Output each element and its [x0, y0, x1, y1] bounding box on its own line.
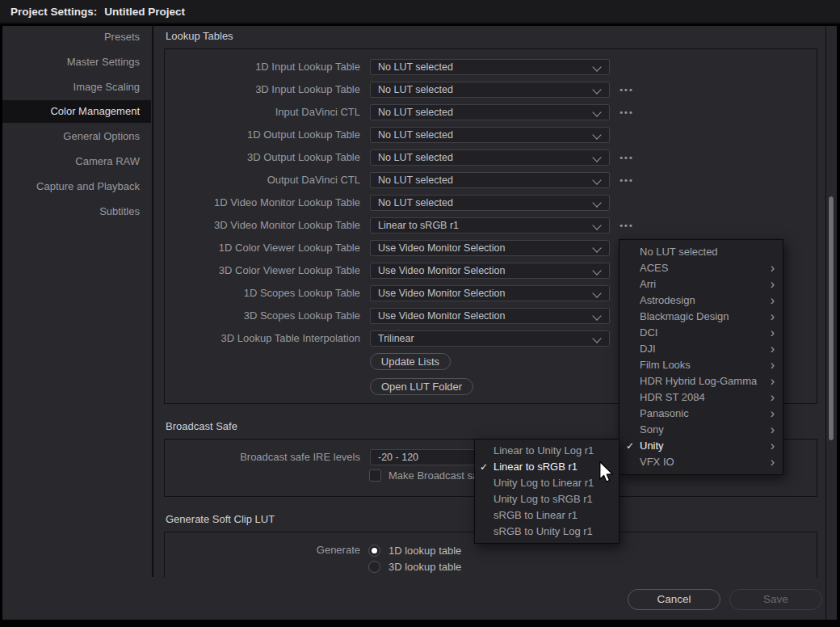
select-value: No LUT selected	[378, 107, 453, 118]
menu-item-aces[interactable]: ✓ ACES ›	[620, 260, 783, 276]
submenu-item-unity-log-to-linear-r1[interactable]: ✓ Unity Log to Linear r1	[475, 475, 619, 491]
row-label: 3D Scopes Lookup Table	[162, 308, 360, 324]
menu-item-hdr-hybrid-log-gamma[interactable]: ✓ HDR Hybrid Log-Gamma ›	[620, 373, 783, 389]
menu-item-no-lut-selected[interactable]: ✓ No LUT selected ›	[620, 244, 783, 260]
submenu-item-srgb-to-unity-log-r1[interactable]: ✓ sRGB to Unity Log r1	[475, 524, 619, 540]
dialog-title: Project Settings:	[10, 6, 97, 18]
menu-item-astrodesign[interactable]: ✓ Astrodesign ›	[620, 292, 783, 309]
row-label: Broadcast safe IRE levels	[162, 449, 360, 465]
cancel-button[interactable]: Cancel	[628, 589, 720, 610]
row-label: 1D Scopes Lookup Table	[162, 285, 360, 301]
lut-category-menu: ✓ No LUT selected › ✓ ACES › ✓ Arri › ✓ …	[619, 239, 783, 475]
select-3d-video-monitor-lut[interactable]: Linear to sRGB r1	[370, 217, 610, 234]
section-title-generate-soft-clip-lut: Generate Soft Clip LUT	[166, 513, 275, 525]
row-label: 3D Output Lookup Table	[162, 149, 360, 166]
sidebar-item-subtitles[interactable]: Subtitles	[2, 200, 151, 223]
sidebar-item-master-settings[interactable]: Master Settings	[2, 51, 151, 74]
chevron-down-icon	[592, 243, 601, 252]
select-input-davinci-ctl[interactable]: No LUT selected	[370, 104, 610, 120]
menu-item-dji[interactable]: ✓ DJI ›	[620, 341, 783, 357]
sidebar-divider	[152, 26, 153, 577]
open-lut-folder-button[interactable]: Open LUT Folder	[370, 378, 473, 395]
ellipsis-icon: •••	[620, 85, 634, 95]
sidebar-item-color-management[interactable]: Color Management	[2, 100, 151, 123]
menu-item-arri[interactable]: ✓ Arri ›	[620, 276, 783, 292]
submenu-item-unity-log-to-srgb-r1[interactable]: ✓ Unity Log to sRGB r1	[475, 491, 619, 507]
save-button[interactable]: Save	[729, 589, 822, 610]
submenu-arrow-icon: ›	[771, 438, 775, 453]
row-label: 1D Output Lookup Table	[162, 127, 360, 143]
select-3d-output-lut[interactable]: No LUT selected	[370, 149, 610, 166]
submenu-arrow-icon: ›	[771, 406, 775, 421]
select-value: No LUT selected	[378, 129, 453, 141]
menu-item-hdr-st-2084[interactable]: ✓ HDR ST 2084 ›	[620, 389, 783, 406]
row-label: Input DaVinci CTL	[162, 104, 360, 120]
select-value: Linear to sRGB r1	[378, 220, 459, 231]
radio-1d-lookup-table[interactable]	[368, 545, 380, 557]
menu-item-dci[interactable]: ✓ DCI ›	[620, 325, 783, 341]
menu-item-unity[interactable]: ✓ Unity ›	[620, 438, 783, 454]
sidebar-item-capture-and-playback[interactable]: Capture and Playback	[2, 175, 151, 198]
submenu-arrow-icon: ›	[771, 276, 775, 292]
select-output-davinci-ctl[interactable]: No LUT selected	[370, 172, 610, 188]
submenu-item-linear-to-srgb-r1[interactable]: ✓ Linear to sRGB r1	[475, 459, 619, 475]
radio-label-1d: 1D lookup table	[388, 545, 461, 557]
more-options-button[interactable]: •••	[616, 172, 637, 188]
menu-item-panasonic[interactable]: ✓ Panasonic ›	[620, 406, 783, 422]
sidebar-item-presets[interactable]: Presets	[2, 26, 151, 48]
submenu-arrow-icon: ›	[771, 373, 775, 389]
select-1d-scopes-lut[interactable]: Use Video Monitor Selection	[370, 285, 610, 301]
check-icon: ✓	[480, 459, 494, 475]
select-1d-input-lut[interactable]: No LUT selected	[370, 59, 610, 75]
ellipsis-icon: •••	[620, 153, 634, 162]
submenu-arrow-icon: ›	[771, 292, 775, 308]
make-broadcast-safe-checkbox[interactable]	[369, 469, 381, 482]
sidebar-item-general-options[interactable]: General Options	[2, 125, 151, 148]
select-value: Trilinear	[378, 333, 414, 344]
more-options-button[interactable]: •••	[616, 82, 637, 98]
more-options-button[interactable]: •••	[616, 104, 637, 120]
select-value: No LUT selected	[378, 152, 453, 163]
select-1d-output-lut[interactable]: No LUT selected	[370, 127, 610, 143]
titlebar: Project Settings: Untitled Project	[0, 0, 840, 24]
chevron-down-icon	[592, 62, 601, 71]
more-options-button[interactable]: •••	[616, 217, 637, 234]
submenu-item-srgb-to-linear-r1[interactable]: ✓ sRGB to Linear r1	[475, 507, 619, 524]
select-1d-color-viewer-lut[interactable]: Use Video Monitor Selection	[370, 240, 610, 256]
menu-item-vfx-io[interactable]: ✓ VFX IO ›	[620, 454, 783, 470]
submenu-arrow-icon: ›	[771, 357, 775, 372]
scrollbar-track-border	[825, 26, 826, 620]
menu-item-film-looks[interactable]: ✓ Film Looks ›	[620, 357, 783, 373]
select-value: Use Video Monitor Selection	[378, 310, 506, 322]
select-3d-scopes-lut[interactable]: Use Video Monitor Selection	[370, 308, 610, 324]
sidebar-item-camera-raw[interactable]: Camera RAW	[2, 150, 151, 173]
sidebar-item-image-scaling[interactable]: Image Scaling	[2, 76, 151, 99]
row-label: 3D Input Lookup Table	[162, 82, 360, 98]
check-icon: ✓	[626, 438, 640, 454]
chevron-down-icon	[592, 198, 601, 207]
ellipsis-icon: •••	[620, 221, 634, 230]
row-label: Generate	[162, 542, 360, 558]
select-3d-input-lut[interactable]: No LUT selected	[370, 82, 610, 98]
select-3d-lut-interpolation[interactable]: Trilinear	[370, 330, 610, 347]
scrollbar-thumb[interactable]	[828, 196, 834, 441]
submenu-item-linear-to-unity-log-r1[interactable]: ✓ Linear to Unity Log r1	[475, 443, 619, 459]
row-label: Output DaVinci CTL	[162, 172, 360, 188]
select-3d-color-viewer-lut[interactable]: Use Video Monitor Selection	[370, 263, 610, 279]
menu-item-blackmagic-design[interactable]: ✓ Blackmagic Design ›	[620, 309, 783, 325]
row-label: 1D Video Monitor Lookup Table	[162, 195, 360, 211]
select-value: No LUT selected	[378, 61, 453, 73]
radio-label-3d: 3D lookup table	[388, 561, 461, 573]
chevron-down-icon	[592, 153, 601, 162]
select-value: Use Video Monitor Selection	[378, 288, 506, 299]
menu-item-sony[interactable]: ✓ Sony ›	[620, 422, 783, 438]
select-1d-video-monitor-lut[interactable]: No LUT selected	[370, 195, 610, 211]
update-lists-button[interactable]: Update Lists	[370, 353, 451, 370]
submenu-arrow-icon: ›	[771, 389, 775, 405]
more-options-button[interactable]: •••	[616, 149, 637, 166]
row-label: 3D Lookup Table Interpolation	[162, 330, 360, 347]
chevron-down-icon	[592, 85, 601, 94]
submenu-arrow-icon: ›	[771, 260, 775, 276]
radio-3d-lookup-table[interactable]	[368, 561, 380, 573]
row-label: 1D Input Lookup Table	[162, 59, 360, 75]
